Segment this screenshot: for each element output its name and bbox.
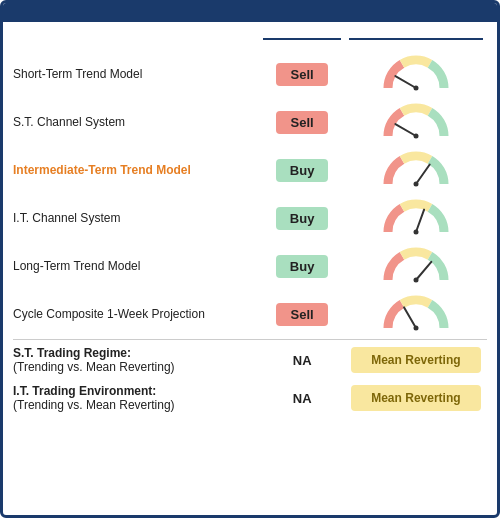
signal-cell-0: Sell xyxy=(259,50,344,98)
table-row: I.T. Channel System Buy xyxy=(13,194,487,242)
table-row: Long-Term Trend Model Buy xyxy=(13,242,487,290)
gauge-cell-2 xyxy=(345,146,487,194)
svg-point-5 xyxy=(413,182,418,187)
signal-badge-1: Sell xyxy=(276,111,328,134)
svg-line-0 xyxy=(395,76,416,88)
row-name-4: Long-Term Trend Model xyxy=(13,242,259,290)
table-row: S.T. Channel System Sell xyxy=(13,98,487,146)
signal-badge-4: Buy xyxy=(276,255,329,278)
special-signal-cell-0: NA xyxy=(259,341,344,379)
gauge-0 xyxy=(381,52,451,92)
gauge-cell-4 xyxy=(345,242,487,290)
content-area: Short-Term Trend Model Sell S.T. Channel… xyxy=(3,22,497,427)
gauge-cell-3 xyxy=(345,194,487,242)
rating-header-label xyxy=(349,34,483,40)
table-row: Cycle Composite 1-Week Projection Sell xyxy=(13,290,487,338)
row-name-3: I.T. Channel System xyxy=(13,194,259,242)
signal-cell-5: Sell xyxy=(259,290,344,338)
special-row-0: S.T. Trading Regime:(Trending vs. Mean R… xyxy=(13,341,487,379)
special-signal-badge-1: NA xyxy=(293,391,312,406)
svg-point-11 xyxy=(413,326,418,331)
col-header-rating xyxy=(345,30,487,44)
svg-point-1 xyxy=(413,86,418,91)
signal-cell-1: Sell xyxy=(259,98,344,146)
special-rating-cell-0: Mean Reverting xyxy=(345,341,487,379)
special-signal-cell-1: NA xyxy=(259,379,344,417)
signal-cell-2: Buy xyxy=(259,146,344,194)
special-row-1: I.T. Trading Environment:(Trending vs. M… xyxy=(13,379,487,417)
svg-line-10 xyxy=(404,307,416,328)
signal-cell-3: Buy xyxy=(259,194,344,242)
gauge-cell-1 xyxy=(345,98,487,146)
col-header-indicator xyxy=(13,30,259,44)
special-row-name-1: I.T. Trading Environment:(Trending vs. M… xyxy=(13,379,259,417)
table-row: Intermediate-Term Trend Model Buy xyxy=(13,146,487,194)
main-container: Short-Term Trend Model Sell S.T. Channel… xyxy=(0,0,500,518)
svg-point-7 xyxy=(413,230,418,235)
row-name-1: S.T. Channel System xyxy=(13,98,259,146)
signal-header-label xyxy=(263,34,340,40)
gauge-3 xyxy=(381,196,451,236)
special-signal-badge-0: NA xyxy=(293,353,312,368)
col-header-signal xyxy=(259,30,344,44)
svg-line-2 xyxy=(395,124,416,136)
gauge-2 xyxy=(381,148,451,188)
gauge-cell-5 xyxy=(345,290,487,338)
signal-badge-5: Sell xyxy=(276,303,328,326)
table-header-row xyxy=(13,30,487,44)
gauge-1 xyxy=(381,100,451,140)
mean-reverting-badge-0: Mean Reverting xyxy=(351,347,481,373)
gauge-4 xyxy=(381,244,451,284)
svg-point-3 xyxy=(413,134,418,139)
special-rating-cell-1: Mean Reverting xyxy=(345,379,487,417)
gauge-5 xyxy=(381,292,451,332)
signal-badge-0: Sell xyxy=(276,63,328,86)
indicators-table: Short-Term Trend Model Sell S.T. Channel… xyxy=(13,30,487,417)
svg-line-4 xyxy=(416,165,430,185)
row-name-0: Short-Term Trend Model xyxy=(13,50,259,98)
row-name-2: Intermediate-Term Trend Model xyxy=(13,146,259,194)
row-name-5: Cycle Composite 1-Week Projection xyxy=(13,290,259,338)
page-title xyxy=(3,3,497,22)
svg-point-9 xyxy=(413,278,418,283)
gauge-cell-0 xyxy=(345,50,487,98)
svg-line-6 xyxy=(416,210,424,232)
signal-cell-4: Buy xyxy=(259,242,344,290)
signal-badge-3: Buy xyxy=(276,207,329,230)
special-row-name-0: S.T. Trading Regime:(Trending vs. Mean R… xyxy=(13,341,259,379)
table-row: Short-Term Trend Model Sell xyxy=(13,50,487,98)
svg-line-8 xyxy=(416,262,431,280)
signal-badge-2: Buy xyxy=(276,159,329,182)
mean-reverting-badge-1: Mean Reverting xyxy=(351,385,481,411)
